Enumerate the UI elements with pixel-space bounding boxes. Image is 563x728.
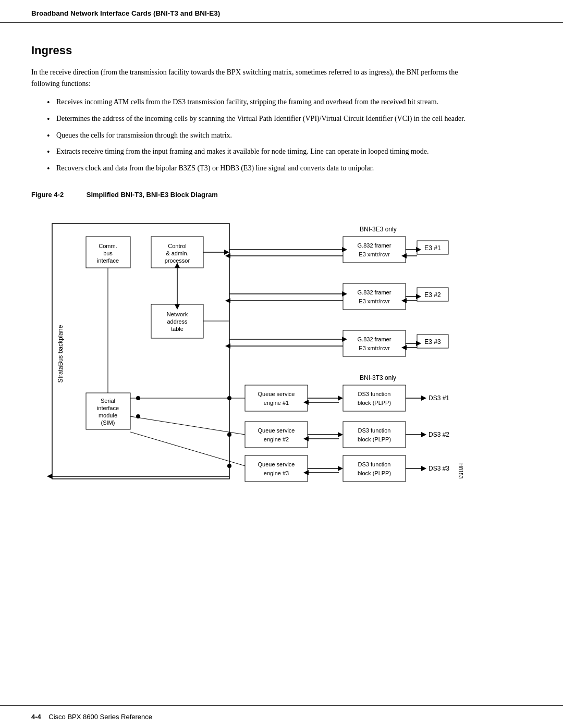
page-header: Broadband Network Interface Cards (BNI-T… xyxy=(0,0,563,23)
list-item: Recovers clock and data from the bipolar… xyxy=(47,163,480,174)
figure-title: Simplified BNI-T3, BNI-E3 Block Diagram xyxy=(87,191,218,199)
svg-marker-29 xyxy=(338,432,343,437)
comm-bus-label2: bus xyxy=(103,250,113,256)
ds3-label-3: DS3 #3 xyxy=(429,465,449,472)
ds3-3-label2: block (PLPP) xyxy=(358,470,391,476)
svg-line-13 xyxy=(130,416,245,435)
svg-marker-33 xyxy=(338,466,343,471)
header-title: Broadband Network Interface Cards (BNI-T… xyxy=(31,9,220,17)
g832-1-label: G.832 framer xyxy=(358,242,391,249)
h8153-label: H8153 xyxy=(458,463,463,479)
svg-marker-69 xyxy=(401,298,407,303)
figure-number: Figure 4-2 xyxy=(31,191,64,199)
block-diagram: StrataBus backplane Comm. bus interface … xyxy=(36,208,527,500)
svg-line-15 xyxy=(130,432,245,466)
list-item: Receives incoming ATM cells from the DS3… xyxy=(47,96,480,108)
footer-page-ref: 4-4 xyxy=(31,713,41,721)
svg-rect-46 xyxy=(343,283,406,310)
page: Broadband Network Interface Cards (BNI-T… xyxy=(0,0,563,728)
list-item: Determines the address of the incoming c… xyxy=(47,113,480,125)
svg-marker-42 xyxy=(421,432,426,437)
svg-marker-40 xyxy=(421,396,426,401)
list-item: Extracts receive timing from the input f… xyxy=(47,146,480,157)
network-addr-label3: table xyxy=(171,326,183,332)
svg-point-12 xyxy=(136,396,140,400)
g832-2-label: G.832 framer xyxy=(358,289,391,295)
svg-marker-59 xyxy=(225,343,230,349)
svg-rect-37 xyxy=(343,422,406,448)
queue2-label2: engine #2 xyxy=(264,436,289,442)
svg-marker-31 xyxy=(303,436,309,441)
svg-marker-64 xyxy=(401,253,407,258)
ds3-1-label2: block (PLPP) xyxy=(358,400,391,406)
svg-marker-62 xyxy=(416,247,421,252)
svg-marker-8 xyxy=(175,304,180,310)
bullet-list: Receives incoming ATM cells from the DS3… xyxy=(47,96,532,174)
svg-rect-0 xyxy=(52,224,229,479)
ds3-3-label: DS3 function xyxy=(358,461,391,467)
sim-label2: interface xyxy=(97,405,119,411)
svg-point-14 xyxy=(136,414,140,418)
svg-rect-47 xyxy=(343,330,406,356)
svg-point-20 xyxy=(227,464,231,468)
queue2-label: Queue service xyxy=(258,427,295,434)
control-label3: processor xyxy=(165,257,190,264)
svg-rect-38 xyxy=(343,455,406,482)
network-addr-label2: address xyxy=(167,318,188,325)
svg-rect-22 xyxy=(245,422,308,448)
svg-marker-25 xyxy=(338,396,343,401)
svg-marker-49 xyxy=(342,247,347,252)
sim-label4: (SIM) xyxy=(101,419,115,426)
network-addr-label: Network xyxy=(167,311,188,317)
figure-caption: Figure 4-2 Simplified BNI-T3, BNI-E3 Blo… xyxy=(31,191,532,199)
svg-marker-67 xyxy=(416,294,421,299)
diagram-container: StrataBus backplane Comm. bus interface … xyxy=(31,208,532,500)
control-label: Control xyxy=(168,243,186,249)
g832-3-label2: E3 xmtr/rcvr xyxy=(359,345,390,351)
queue1-label: Queue service xyxy=(258,391,295,397)
svg-marker-27 xyxy=(303,400,309,405)
intro-paragraph: In the receive direction (from the trans… xyxy=(31,67,485,89)
ds3-label-2: DS3 #2 xyxy=(429,431,449,438)
svg-marker-72 xyxy=(416,341,421,346)
e3-1-label: E3 #1 xyxy=(424,244,441,252)
main-content: Ingress In the receive direction (from t… xyxy=(0,23,563,705)
g832-1-label2: E3 xmtr/rcvr xyxy=(359,251,390,257)
queue1-label2: engine #1 xyxy=(264,400,289,406)
list-item: Queues the cells for transmission throug… xyxy=(47,130,480,141)
footer-product: Cisco BPX 8600 Series Reference xyxy=(48,713,152,721)
e3-3-label: E3 #3 xyxy=(424,338,441,346)
svg-rect-45 xyxy=(343,237,406,263)
svg-rect-23 xyxy=(245,455,308,482)
ds3-label-1: DS3 #1 xyxy=(429,394,449,402)
ds3-2-label2: block (PLPP) xyxy=(358,436,391,442)
svg-marker-55 xyxy=(225,298,230,303)
comm-bus-label: Comm. xyxy=(99,243,117,249)
svg-marker-53 xyxy=(342,291,347,297)
comm-bus-label3: interface xyxy=(97,257,119,264)
svg-marker-44 xyxy=(421,466,426,471)
svg-marker-35 xyxy=(303,470,309,475)
bni-t3-only-label: BNI-3T3 only xyxy=(360,374,396,381)
stratabus-label: StrataBus backplane xyxy=(57,325,64,382)
footer-spacer xyxy=(43,713,46,721)
svg-point-18 xyxy=(227,396,231,400)
svg-rect-21 xyxy=(245,385,308,411)
bni-e3-only-label: BNI-3E3 only xyxy=(360,226,397,233)
svg-marker-17 xyxy=(47,474,52,479)
ds3-2-label: DS3 function xyxy=(358,427,391,434)
svg-marker-4 xyxy=(224,250,229,255)
g832-2-label2: E3 xmtr/rcvr xyxy=(359,298,390,304)
svg-marker-57 xyxy=(342,337,347,342)
e3-2-label: E3 #2 xyxy=(424,291,441,299)
queue3-label: Queue service xyxy=(258,461,295,467)
svg-point-19 xyxy=(227,433,231,437)
footer-text: 4-4 Cisco BPX 8600 Series Reference xyxy=(31,713,152,721)
g832-3-label: G.832 framer xyxy=(358,336,391,342)
queue3-label2: engine #3 xyxy=(264,470,289,476)
svg-marker-51 xyxy=(225,253,230,258)
sim-label: Serial xyxy=(101,398,115,404)
svg-rect-36 xyxy=(343,385,406,411)
svg-marker-74 xyxy=(401,345,407,350)
sim-label3: module xyxy=(99,412,117,418)
